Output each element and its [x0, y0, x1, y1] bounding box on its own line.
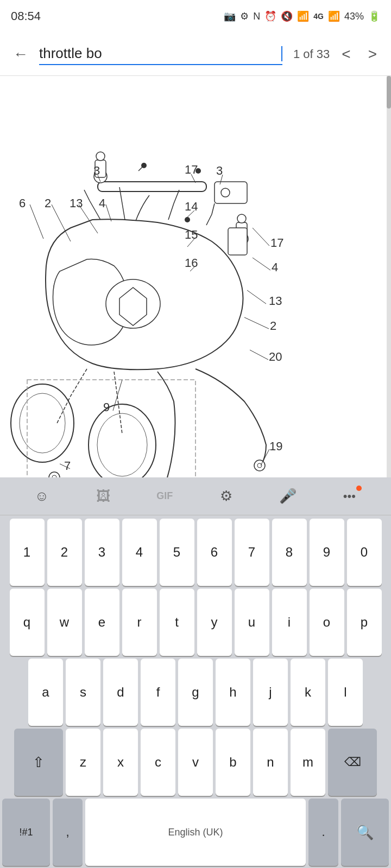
search-button[interactable]: 🔍 [341, 799, 389, 866]
sticker-button[interactable]: 🖼 [88, 483, 118, 510]
keyboard-toolbar: ☺ 🖼 GIF ⚙ 🎤 ••• [0, 477, 391, 515]
svg-point-1 [106, 279, 160, 328]
key-5[interactable]: 5 [160, 519, 194, 586]
more-button[interactable]: ••• [335, 483, 364, 510]
key-w[interactable]: w [47, 589, 82, 656]
key-q[interactable]: q [10, 589, 45, 656]
symbols-button[interactable]: !#1 [2, 799, 50, 866]
key-f[interactable]: f [141, 659, 175, 726]
nfc-icon: N [253, 11, 260, 22]
key-v[interactable]: v [178, 729, 213, 796]
svg-text:13: 13 [269, 294, 282, 308]
svg-text:2: 2 [270, 319, 276, 333]
scrollbar-thumb[interactable] [387, 76, 391, 108]
svg-point-19 [97, 413, 147, 476]
svg-text:2: 2 [45, 196, 51, 210]
svg-point-26 [185, 217, 190, 222]
svg-text:16: 16 [185, 256, 198, 270]
number-row: 1 2 3 4 5 6 7 8 9 0 [2, 519, 389, 586]
key-8[interactable]: 8 [272, 519, 307, 586]
key-z[interactable]: z [66, 729, 100, 796]
camera-icon: 📷 [224, 10, 236, 22]
qwerty-row: q w e r t y u i o p [2, 589, 389, 656]
settings-icon: ⚙ [240, 10, 249, 22]
gif-icon: GIF [156, 490, 173, 502]
key-9[interactable]: 9 [310, 519, 344, 586]
status-icons: 📷 ⚙ N ⏰ 🔇 📶 4G 📶 43% 🔋 [224, 10, 380, 22]
key-period[interactable]: . [308, 799, 338, 866]
back-button[interactable]: ← [9, 41, 33, 67]
shift-button[interactable]: ⇧ [14, 729, 63, 796]
result-count: 1 of 33 [293, 47, 330, 61]
asdf-row: a s d f g h j k l [2, 659, 389, 726]
more-icon: ••• [343, 489, 356, 503]
key-d[interactable]: d [103, 659, 138, 726]
key-6[interactable]: 6 [197, 519, 232, 586]
key-o[interactable]: o [310, 589, 344, 656]
prev-result-button[interactable]: < [336, 42, 356, 66]
key-j[interactable]: j [253, 659, 288, 726]
gear-icon: ⚙ [220, 488, 232, 505]
battery-icon: 🔋 [368, 10, 380, 22]
key-a[interactable]: a [28, 659, 63, 726]
battery-label: 43% [344, 11, 364, 22]
scrollbar[interactable] [387, 76, 391, 477]
emoji-button[interactable]: ☺ [27, 483, 56, 510]
time-display: 08:54 [11, 9, 41, 23]
mic-button[interactable]: 🎤 [273, 483, 302, 510]
key-m[interactable]: m [291, 729, 325, 796]
search-input-container [39, 43, 282, 65]
key-i[interactable]: i [272, 589, 307, 656]
key-u[interactable]: u [235, 589, 269, 656]
key-0[interactable]: 0 [347, 519, 382, 586]
key-s[interactable]: s [66, 659, 100, 726]
key-2[interactable]: 2 [47, 519, 82, 586]
key-x[interactable]: x [103, 729, 138, 796]
mute-icon: 🔇 [281, 10, 293, 22]
gif-button[interactable]: GIF [150, 483, 180, 510]
zxcv-row: ⇧ z x c v b n m ⌫ [2, 729, 389, 796]
key-h[interactable]: h [216, 659, 250, 726]
key-comma[interactable]: , [53, 799, 83, 866]
next-result-button[interactable]: > [363, 42, 382, 66]
search-input[interactable] [39, 43, 281, 64]
key-g[interactable]: g [178, 659, 213, 726]
spacebar[interactable]: English (UK) [85, 799, 306, 866]
svg-text:20: 20 [269, 350, 282, 363]
key-l[interactable]: l [328, 659, 363, 726]
svg-text:4: 4 [272, 260, 278, 274]
key-b[interactable]: b [216, 729, 250, 796]
key-r[interactable]: r [122, 589, 157, 656]
key-e[interactable]: e [85, 589, 119, 656]
key-p[interactable]: p [347, 589, 382, 656]
keyboard-rows: 1 2 3 4 5 6 7 8 9 0 q w e r t y u i o p [0, 515, 391, 868]
settings-button[interactable]: ⚙ [211, 483, 241, 510]
svg-text:14: 14 [185, 200, 198, 213]
emoji-icon: ☺ [34, 488, 49, 505]
technical-diagram: 3 17 3 6 2 13 4 14 15 16 17 4 13 2 20 9 [0, 76, 391, 477]
svg-point-22 [254, 460, 265, 471]
svg-rect-3 [98, 182, 206, 192]
key-7[interactable]: 7 [235, 519, 269, 586]
svg-point-13 [221, 188, 230, 197]
key-c[interactable]: c [141, 729, 175, 796]
key-n[interactable]: n [253, 729, 288, 796]
svg-text:4: 4 [99, 196, 105, 210]
bottom-row: !#1 , English (UK) . 🔍 [2, 799, 389, 866]
key-t[interactable]: t [160, 589, 194, 656]
key-1[interactable]: 1 [10, 519, 45, 586]
key-k[interactable]: k [291, 659, 325, 726]
key-4[interactable]: 4 [122, 519, 157, 586]
svg-text:3: 3 [216, 164, 223, 177]
svg-point-6 [96, 152, 105, 161]
text-cursor [281, 46, 282, 61]
signal-icon: 📶 [328, 10, 340, 22]
backspace-button[interactable]: ⌫ [328, 729, 377, 796]
svg-point-17 [20, 393, 65, 453]
key-3[interactable]: 3 [85, 519, 119, 586]
svg-text:17: 17 [270, 236, 283, 250]
svg-text:19: 19 [269, 439, 282, 453]
search-icon: 🔍 [356, 824, 374, 841]
key-y[interactable]: y [197, 589, 232, 656]
status-bar: 08:54 📷 ⚙ N ⏰ 🔇 📶 4G 📶 43% 🔋 [0, 0, 391, 33]
